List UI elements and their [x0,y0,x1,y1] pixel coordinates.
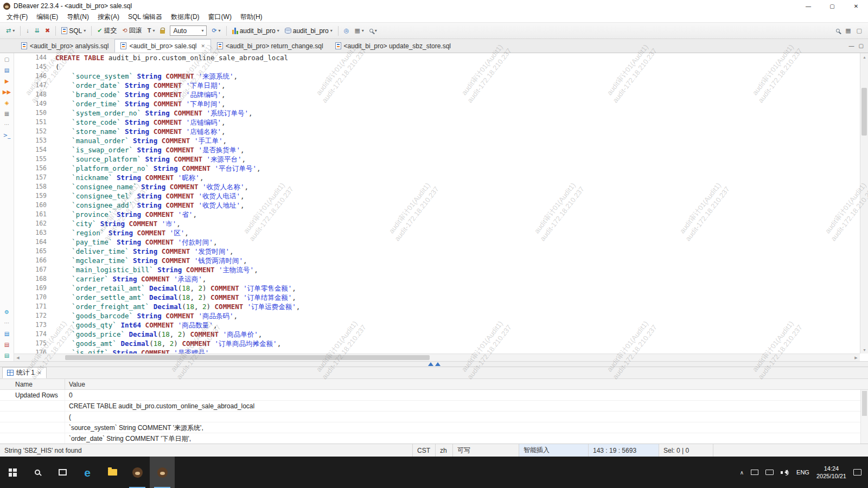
line-number: 155 [14,155,55,164]
save-file-icon[interactable]: ▤ [2,351,12,359]
menu-item-5[interactable]: SQL 编辑器 [124,11,167,23]
code-line: 144CREATE TABLE audit_bi_pro.custom_onli… [14,53,860,62]
editor-tab-1[interactable]: <audit_bi_pro> analysis.sql [15,39,114,53]
commit-icon: ✔ [97,28,102,34]
execute-script-icon[interactable]: ▶▶ [2,87,12,96]
terminal-icon[interactable]: >_ [2,131,12,139]
schema-selector[interactable]: audit_bi_pro ▾ [282,24,335,37]
restore-panel-icon[interactable] [428,362,433,366]
grid-scrollbar-thumb[interactable] [862,391,867,416]
transaction-log-button[interactable]: T ▾ [145,24,158,37]
menu-item-1[interactable]: 文件(F) [2,11,32,23]
rollback-button[interactable]: ⟲ 回滚 [119,24,144,37]
menu-item-4[interactable]: 搜索(A) [93,11,124,23]
row-value-cell: `source_system` String COMMENT '来源系统', [65,422,868,433]
editor-tab-2[interactable]: <audit_bi_pro> sale.sql✕ [114,39,211,53]
restore-panel-icon[interactable]: ▢ [2,55,12,63]
vertical-scrollbar-thumb[interactable] [861,88,867,136]
grid-scrollbar[interactable] [860,390,868,444]
minimize-view-icon[interactable]: — [849,43,854,49]
new-sql-script-icon[interactable]: ▤ [2,66,12,74]
scroll-down-icon[interactable]: ▼ [860,346,868,354]
table-row[interactable]: CREATE TABLE audit_bi_pro.custom_online_… [0,401,868,412]
start-button[interactable] [0,457,25,488]
new-sql-editor-button[interactable]: ⇄ ▾ [3,24,17,37]
maximize-panel-icon[interactable] [435,362,441,366]
commit-button[interactable]: ✔ 提交 [94,24,119,37]
dots-icon[interactable]: ⋯ [2,318,12,327]
maximize-view-icon[interactable]: ▢ [859,43,864,49]
lock-connection-button[interactable] [157,24,168,37]
settings-gear-icon[interactable]: ⚙ [2,307,12,316]
global-search-button[interactable] [833,24,843,37]
code-text: `goods_price` Decimal(18, 2) COMMENT '商品… [55,330,262,339]
taskbar-search-button[interactable] [25,457,50,488]
fetch-all-rows-button[interactable]: ⇊ [32,24,42,37]
fetch-rows-button[interactable]: ↓ [23,24,32,37]
transaction-history-button[interactable]: ⟳ ▾ [209,24,223,37]
tray-expand-icon[interactable]: ∧ [740,470,744,476]
sql-editor[interactable]: 144CREATE TABLE audit_bi_pro.custom_onli… [14,53,868,361]
error-file-icon[interactable]: ▤ [2,340,12,349]
maximize-editor-button[interactable]: ▢ [854,24,865,37]
explain-plan-icon[interactable]: ◈ [2,98,12,107]
edge-button[interactable]: e [75,457,100,488]
table-row[interactable]: ( [0,412,868,422]
tray-keyboard-icon[interactable] [765,470,774,475]
scroll-up-icon[interactable]: ▲ [860,53,868,61]
horizontal-scrollbar[interactable]: ◀ ▶ [14,354,860,361]
table-row[interactable]: Updated Rows0 [0,390,868,401]
volume-icon[interactable] [781,469,789,476]
statistics-grid-icon[interactable]: ▦ [2,109,12,118]
notification-center-icon[interactable] [853,469,861,476]
panel-sash[interactable] [0,361,868,367]
sql-menu-button[interactable]: SQL ▾ [59,24,88,37]
dots-icon[interactable]: ⋯ [2,120,12,129]
format-file-icon[interactable]: ▤ [2,329,12,338]
quick-search-button[interactable]: ▾ [367,24,380,37]
input-language[interactable]: ENG [796,469,809,476]
code-view[interactable]: 144CREATE TABLE audit_bi_pro.custom_onli… [14,53,860,354]
scroll-right-icon[interactable]: ▶ [852,354,860,361]
tray-display-icon[interactable] [751,470,758,475]
menu-item-2[interactable]: 编辑(E) [32,11,62,23]
connection-selector[interactable]: audit_bi_pro ▾ [229,24,282,37]
scroll-left-icon[interactable]: ◀ [14,354,22,361]
code-line: 154 `is_swap_order` String COMMENT '是否换货… [14,145,860,155]
dbeaver-taskbar-button[interactable] [125,457,150,488]
column-header-value[interactable]: Value [65,379,868,389]
horizontal-scrollbar-thumb[interactable] [65,355,430,360]
close-window-button[interactable]: ✕ [844,0,868,12]
maximize-window-button[interactable]: ▢ [820,0,844,12]
close-tab-icon[interactable]: ✕ [37,370,42,376]
layout-button[interactable]: ▦ ▾ [352,24,366,37]
dbeaver-taskbar-button-active[interactable] [150,457,175,488]
menu-item-6[interactable]: 数据库(D) [167,11,204,23]
vertical-scrollbar[interactable]: ▲ ▼ [860,53,868,354]
editor-tab-3[interactable]: <audit_bi_pro> return_change.sql [211,39,329,53]
commit-mode-select[interactable]: Auto ▾ [170,25,207,36]
line-number: 146 [14,72,55,81]
stop-execution-button[interactable]: ✖ [42,24,53,37]
table-row[interactable]: `order_date` String COMMENT '下单日期', [0,433,868,444]
tab-statistics[interactable]: 统计 1 ✕ [2,367,47,378]
file-explorer-button[interactable] [100,457,125,488]
network-button[interactable]: ◎ [341,24,352,37]
menu-item-8[interactable]: 帮助(H) [236,11,267,23]
menu-item-7[interactable]: 窗口(W) [204,11,236,23]
menu-item-3[interactable]: 导航(N) [62,11,93,23]
minimize-window-button[interactable]: — [796,0,820,12]
taskbar-clock[interactable]: 14:24 2025/10/21 [816,465,846,480]
line-number: 174 [14,330,55,339]
lock-icon [160,30,165,34]
task-view-button[interactable] [50,457,75,488]
open-console-button[interactable]: ▦ [843,24,853,37]
database-icon [285,28,291,34]
statistics-icon [7,370,14,376]
editor-tab-4[interactable]: <audit_bi_pro> update_sbz_store.sql [329,39,457,53]
table-row[interactable]: `source_system` String COMMENT '来源系统', [0,422,868,433]
close-tab-icon[interactable]: ✕ [201,43,206,49]
row-value-cell: CREATE TABLE audit_bi_pro.custom_online_… [65,401,868,411]
execute-statement-icon[interactable]: ▶ [2,76,12,85]
column-header-name[interactable]: Name [0,379,65,389]
